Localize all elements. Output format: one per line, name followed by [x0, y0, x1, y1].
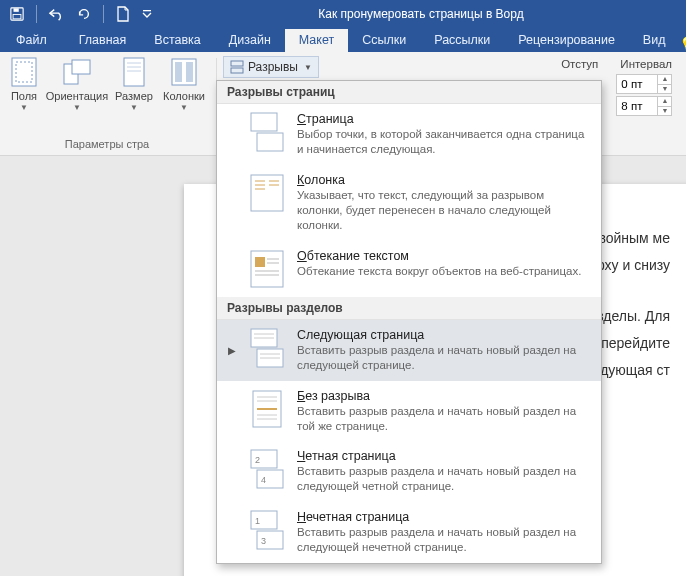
break-text-wrapping-item[interactable]: ▶ Обтекание текстом Обтекание текста вок… — [217, 241, 601, 297]
margins-icon — [8, 56, 40, 88]
dropdown-header-section-breaks: Разрывы разделов — [217, 297, 601, 320]
svg-rect-18 — [257, 133, 283, 151]
page-break-icon — [247, 112, 287, 152]
svg-rect-7 — [72, 60, 90, 74]
section-even-page-icon: 24 — [247, 449, 287, 489]
qat-customize-button[interactable] — [140, 3, 154, 25]
dropdown-header-page-breaks: Разрывы страниц — [217, 81, 601, 104]
tab-file[interactable]: Файл — [0, 29, 65, 52]
group-page-setup: Поля ▼ Ориентация ▼ Размер ▼ — [0, 52, 214, 155]
chevron-down-icon: ▼ — [180, 103, 188, 112]
size-button[interactable]: Размер ▼ — [112, 54, 156, 112]
tab-insert[interactable]: Вставка — [140, 29, 214, 52]
svg-rect-3 — [143, 10, 151, 11]
section-even-page-item[interactable]: ▶ 24 Четная страница Вставить разрыв раз… — [217, 441, 601, 502]
tab-review[interactable]: Рецензирование — [504, 29, 629, 52]
svg-text:3: 3 — [261, 536, 266, 546]
chevron-down-icon: ▼ — [304, 63, 312, 72]
svg-text:2: 2 — [255, 455, 260, 465]
spacing-after-input[interactable] — [617, 100, 657, 112]
chevron-down-icon: ▼ — [20, 103, 28, 112]
title-bar: Как пронумеровать страницы в Ворд — [0, 0, 686, 28]
tab-view[interactable]: Вид — [629, 29, 680, 52]
spacing-before-input[interactable] — [617, 78, 657, 90]
spacing-after-spinner[interactable]: ▲▼ — [616, 96, 672, 116]
new-document-button[interactable] — [112, 3, 134, 25]
spin-up-icon[interactable]: ▲ — [657, 97, 671, 106]
section-next-page-icon — [247, 328, 287, 368]
save-button[interactable] — [6, 3, 28, 25]
size-icon — [118, 56, 150, 88]
svg-text:1: 1 — [255, 516, 260, 526]
svg-rect-17 — [251, 113, 277, 131]
svg-rect-15 — [231, 61, 243, 66]
tab-layout[interactable]: Макет — [285, 29, 348, 52]
svg-rect-25 — [251, 251, 283, 287]
svg-rect-13 — [175, 62, 182, 82]
orientation-button[interactable]: Ориентация ▼ — [46, 54, 108, 112]
undo-button[interactable] — [45, 3, 67, 25]
tab-references[interactable]: Ссылки — [348, 29, 420, 52]
redo-button[interactable] — [73, 3, 95, 25]
tab-design[interactable]: Дизайн — [215, 29, 285, 52]
svg-rect-8 — [124, 58, 144, 86]
chevron-down-icon: ▼ — [73, 103, 81, 112]
break-column-item[interactable]: ▶ Колонка Указывает, что текст, следующи… — [217, 165, 601, 241]
section-odd-page-icon: 13 — [247, 510, 287, 550]
quick-access-toolbar — [0, 3, 160, 25]
section-continuous-item[interactable]: ▶ Без разрыва Вставить разрыв раздела и … — [217, 381, 601, 442]
breaks-button[interactable]: Разрывы ▼ — [223, 56, 319, 78]
margins-button[interactable]: Поля ▼ — [6, 54, 42, 112]
spin-down-icon[interactable]: ▼ — [657, 84, 671, 93]
spin-down-icon[interactable]: ▼ — [657, 106, 671, 115]
svg-rect-26 — [255, 257, 265, 267]
svg-rect-16 — [231, 68, 243, 73]
svg-rect-19 — [251, 175, 283, 211]
ribbon-tabs: Файл Главная Вставка Дизайн Макет Ссылки… — [0, 28, 686, 52]
svg-text:4: 4 — [261, 475, 266, 485]
svg-rect-2 — [13, 14, 21, 18]
svg-rect-1 — [14, 8, 19, 12]
svg-rect-14 — [186, 62, 193, 82]
spacing-before-spinner[interactable]: ▲▼ — [616, 74, 672, 94]
text-wrapping-icon — [247, 249, 287, 289]
section-odd-page-item[interactable]: ▶ 13 Нечетная страница Вставить разрыв р… — [217, 502, 601, 563]
section-continuous-icon — [247, 389, 287, 429]
tab-home[interactable]: Главная — [65, 29, 141, 52]
breaks-icon — [230, 60, 244, 74]
document-title: Как пронумеровать страницы в Ворд — [160, 7, 686, 21]
breaks-dropdown: Разрывы страниц ▶ Страница Выбор точки, … — [216, 80, 602, 564]
break-page-item[interactable]: ▶ Страница Выбор точки, в которой заканч… — [217, 104, 601, 165]
spacing-group: Интервал ▲▼ ▲▼ — [616, 52, 680, 155]
section-next-page-item[interactable]: ▶ Следующая страница Вставить разрыв раз… — [217, 320, 601, 381]
spin-up-icon[interactable]: ▲ — [657, 75, 671, 84]
chevron-down-icon: ▼ — [130, 103, 138, 112]
column-break-icon — [247, 173, 287, 213]
tab-mailings[interactable]: Рассылки — [420, 29, 504, 52]
columns-icon — [168, 56, 200, 88]
group-label-page-setup: Параметры стра — [65, 136, 149, 152]
tell-me-button[interactable]: 💡 — [679, 36, 686, 52]
orientation-icon — [61, 56, 93, 88]
columns-button[interactable]: Колонки ▼ — [160, 54, 208, 112]
